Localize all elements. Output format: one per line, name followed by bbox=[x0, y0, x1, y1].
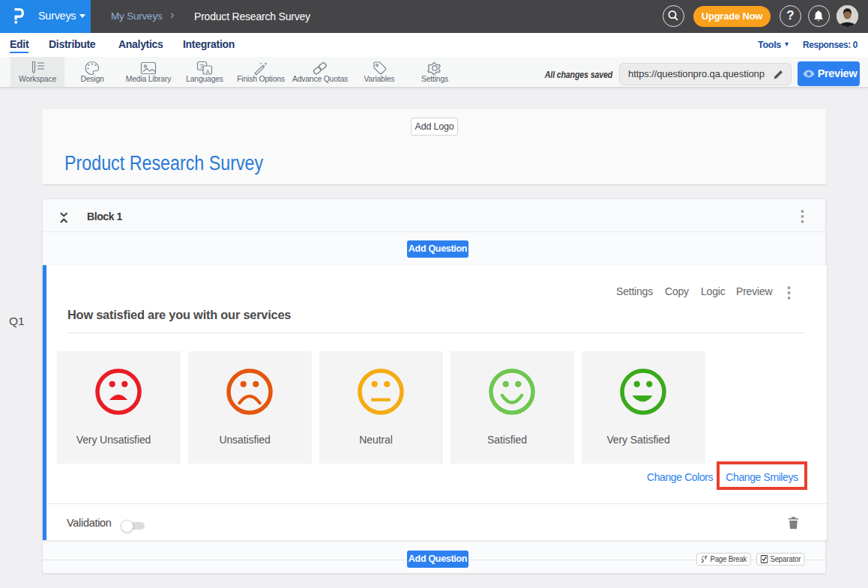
svg-text:文: 文 bbox=[199, 63, 205, 69]
